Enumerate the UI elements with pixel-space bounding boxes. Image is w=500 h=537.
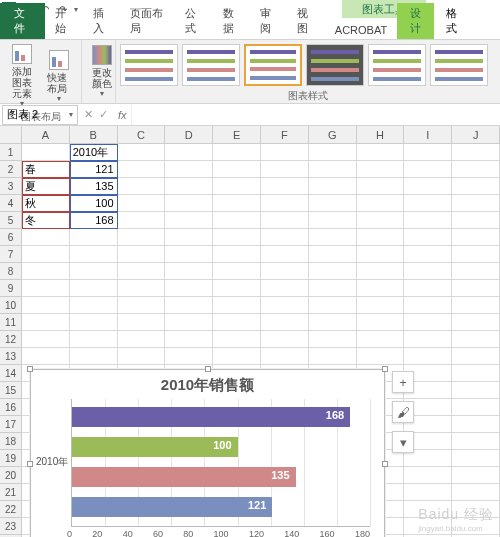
cell[interactable]	[165, 229, 213, 246]
cell[interactable]	[309, 229, 357, 246]
tab-acrobat[interactable]: ACROBAT	[325, 21, 397, 39]
cell[interactable]	[118, 263, 166, 280]
row-header[interactable]: 14	[0, 365, 22, 382]
cell[interactable]	[165, 144, 213, 161]
cell[interactable]: 2010年	[70, 144, 118, 161]
cell[interactable]	[309, 195, 357, 212]
cell[interactable]	[452, 212, 500, 229]
row-header[interactable]: 1	[0, 144, 22, 161]
cell[interactable]	[309, 331, 357, 348]
cell[interactable]	[70, 246, 118, 263]
row-header[interactable]: 16	[0, 399, 22, 416]
cancel-formula-icon[interactable]: ✕	[84, 108, 93, 121]
chart-style-1[interactable]	[120, 44, 178, 86]
cell[interactable]	[309, 246, 357, 263]
cell[interactable]	[118, 178, 166, 195]
chart-styles-button[interactable]: 🖌	[392, 401, 414, 423]
cell[interactable]	[404, 229, 452, 246]
row-header[interactable]: 22	[0, 501, 22, 518]
select-all-corner[interactable]	[0, 126, 22, 143]
cell[interactable]	[213, 280, 261, 297]
cell[interactable]	[309, 263, 357, 280]
chart-bar[interactable]: 100	[72, 437, 238, 457]
cell[interactable]	[118, 280, 166, 297]
cell[interactable]	[452, 297, 500, 314]
cell[interactable]	[261, 144, 309, 161]
cell[interactable]	[165, 246, 213, 263]
name-box[interactable]: 图表 2 ▾	[2, 105, 78, 125]
cell[interactable]	[213, 263, 261, 280]
cell[interactable]	[22, 297, 70, 314]
cell[interactable]	[22, 144, 70, 161]
cell[interactable]	[357, 331, 405, 348]
row-header[interactable]: 9	[0, 280, 22, 297]
cell[interactable]	[452, 229, 500, 246]
row-header[interactable]: 11	[0, 314, 22, 331]
cell[interactable]	[261, 331, 309, 348]
chart-style-3[interactable]	[244, 44, 302, 86]
cell[interactable]	[404, 484, 452, 501]
tab-page-layout[interactable]: 页面布局	[120, 3, 175, 39]
cell[interactable]	[452, 348, 500, 365]
cell[interactable]	[213, 144, 261, 161]
cell[interactable]	[452, 161, 500, 178]
formula-bar[interactable]	[131, 105, 500, 125]
row-header[interactable]: 12	[0, 331, 22, 348]
cell[interactable]	[22, 348, 70, 365]
cell[interactable]	[70, 331, 118, 348]
cell[interactable]	[118, 161, 166, 178]
cell[interactable]	[404, 246, 452, 263]
cell[interactable]	[261, 263, 309, 280]
chart-style-2[interactable]	[182, 44, 240, 86]
cell[interactable]	[213, 348, 261, 365]
cell[interactable]	[404, 348, 452, 365]
cell[interactable]	[452, 263, 500, 280]
cell[interactable]	[404, 280, 452, 297]
cell[interactable]	[452, 467, 500, 484]
cell[interactable]	[165, 331, 213, 348]
row-header[interactable]: 19	[0, 450, 22, 467]
cell[interactable]	[404, 178, 452, 195]
cell[interactable]	[309, 161, 357, 178]
cell[interactable]	[118, 212, 166, 229]
cell[interactable]	[452, 484, 500, 501]
cell[interactable]: 121	[70, 161, 118, 178]
cell[interactable]	[452, 280, 500, 297]
tab-file[interactable]: 文件	[0, 3, 45, 39]
cell[interactable]	[118, 195, 166, 212]
row-header[interactable]: 8	[0, 263, 22, 280]
chart-title[interactable]: 2010年销售额	[31, 370, 384, 399]
cell[interactable]	[452, 178, 500, 195]
cell[interactable]	[261, 314, 309, 331]
column-header[interactable]: E	[213, 126, 261, 143]
chart-filters-button[interactable]: ▾	[392, 431, 414, 453]
cell[interactable]	[452, 433, 500, 450]
cell[interactable]	[22, 314, 70, 331]
cell[interactable]	[213, 331, 261, 348]
cell[interactable]	[404, 297, 452, 314]
cell[interactable]	[452, 382, 500, 399]
chart-style-5[interactable]	[368, 44, 426, 86]
cell[interactable]	[213, 161, 261, 178]
cell[interactable]	[165, 263, 213, 280]
row-header[interactable]: 6	[0, 229, 22, 246]
cell[interactable]	[404, 331, 452, 348]
cell[interactable]	[261, 212, 309, 229]
chart-bar[interactable]: 168	[72, 407, 350, 427]
column-header[interactable]: F	[261, 126, 309, 143]
column-header[interactable]: D	[165, 126, 213, 143]
cell[interactable]	[213, 246, 261, 263]
cell[interactable]	[452, 365, 500, 382]
row-header[interactable]: 15	[0, 382, 22, 399]
column-header[interactable]: H	[357, 126, 405, 143]
cell[interactable]	[70, 280, 118, 297]
cell[interactable]	[452, 195, 500, 212]
column-header[interactable]: J	[452, 126, 500, 143]
tab-view[interactable]: 视图	[287, 3, 324, 39]
cell[interactable]	[118, 348, 166, 365]
cell[interactable]	[309, 178, 357, 195]
cell[interactable]	[309, 280, 357, 297]
cell[interactable]	[165, 297, 213, 314]
name-box-dropdown-icon[interactable]: ▾	[69, 110, 73, 119]
cell[interactable]	[357, 246, 405, 263]
